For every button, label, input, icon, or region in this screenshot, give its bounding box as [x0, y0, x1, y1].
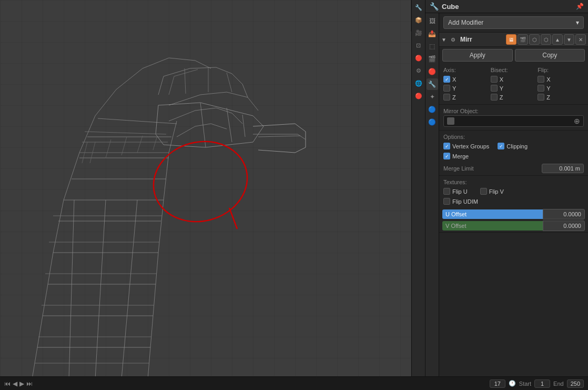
- divider-1: [439, 104, 588, 105]
- bisect-header: Bisect:: [491, 66, 537, 74]
- scene-icon[interactable]: 🎬: [427, 53, 438, 65]
- output-icon[interactable]: 📤: [427, 28, 438, 39]
- modifier-settings-icon[interactable]: ⚙: [449, 35, 458, 44]
- modifier-header-buttons: 🖥 🎬 ⬡ ⬡ ▲ ▼ ✕: [506, 34, 586, 45]
- add-modifier-arrow: ▾: [576, 19, 579, 26]
- flip-udim-checkbox[interactable]: [443, 198, 450, 205]
- bisect-y-row: Y: [491, 84, 537, 92]
- prop-panel-inner: 🖼 📤 ⬚ 🎬 🔴 🔧 ✦ 🔵 🔵 Add Modifier ▾: [425, 13, 588, 376]
- clipping-row: Clipping: [498, 142, 528, 150]
- vertex-groups-row: Vertex Groups: [443, 142, 489, 150]
- constraints-icon[interactable]: 🔵: [427, 116, 438, 128]
- clipping-checkbox[interactable]: [498, 143, 504, 149]
- flip-z-label: Z: [546, 94, 550, 101]
- prop-panel-header: 🔧 Cube 📌: [425, 0, 588, 13]
- axis-z-row: Z: [443, 93, 490, 101]
- main-area: 🎬 ⊞ Rigify: [0, 0, 588, 376]
- clock-icon: 🕐: [509, 380, 516, 387]
- u-offset-label: U Offset: [442, 209, 543, 219]
- flip-x-checkbox[interactable]: [538, 76, 544, 83]
- flip-x-row: X: [538, 75, 584, 83]
- skip-start-btn[interactable]: ⏮: [4, 380, 11, 387]
- mirror-modifier-block: ▼ ⚙ Mirr 🖥 🎬 ⬡ ⬡ ▲ ▼ ✕: [439, 33, 588, 233]
- start-frame[interactable]: 1: [534, 379, 550, 388]
- modifier-collapse-arrow[interactable]: ▼: [441, 37, 447, 43]
- view-layer-icon[interactable]: ⬚: [427, 41, 438, 52]
- merge-limit-label: Merge Limit: [443, 165, 540, 172]
- render-btn[interactable]: 🎬: [518, 34, 528, 45]
- play-btn[interactable]: ▶: [19, 380, 24, 387]
- axis-header: Axis:: [443, 66, 490, 74]
- merge-checkbox[interactable]: [443, 153, 450, 159]
- prop-icons-strip: 🖼 📤 ⬚ 🎬 🔴 🔧 ✦ 🔵 🔵: [425, 13, 439, 376]
- move-up-btn[interactable]: ▲: [552, 34, 563, 45]
- add-modifier-button[interactable]: Add Modifier ▾: [443, 16, 584, 29]
- tool-icon-5[interactable]: 🔴: [413, 53, 424, 63]
- tool-icon-3[interactable]: 🎥: [413, 27, 424, 38]
- 3d-mesh-viewport: [0, 0, 411, 376]
- playback-controls: ⏮ ◀ ▶ ⏭: [4, 380, 33, 387]
- tool-icon-8[interactable]: 🔴: [413, 91, 424, 101]
- physics-icon[interactable]: 🔵: [427, 104, 438, 115]
- move-down-btn[interactable]: ▼: [564, 34, 574, 45]
- realtime-btn[interactable]: 🖥: [506, 34, 516, 45]
- particles-icon[interactable]: ✦: [427, 91, 438, 103]
- wrench-icon: 🔧: [430, 2, 439, 11]
- apply-button[interactable]: Apply: [442, 49, 513, 62]
- apply-copy-row: Apply Copy: [439, 47, 588, 64]
- flip-header: Flip:: [538, 66, 584, 74]
- editmode-btn[interactable]: ⬡: [529, 34, 540, 45]
- bisect-z-checkbox[interactable]: [491, 94, 498, 101]
- bottom-bar: ⏮ ◀ ▶ ⏭ 17 🕐 Start 1 End 250: [0, 376, 588, 390]
- current-frame[interactable]: 17: [490, 379, 505, 388]
- axis-z-label: Z: [452, 94, 456, 101]
- textures-section: Textures: Flip U Flip V: [439, 177, 588, 208]
- prev-frame-btn[interactable]: ◀: [13, 380, 17, 387]
- mirror-object-cube-icon: [447, 117, 454, 125]
- merge-limit-row: Merge Limit 0.001 m: [439, 163, 588, 174]
- bisect-x-checkbox[interactable]: [491, 76, 498, 83]
- axis-x-checkbox[interactable]: [443, 76, 450, 83]
- delete-modifier-btn[interactable]: ✕: [575, 34, 586, 45]
- flip-v-checkbox[interactable]: [480, 188, 487, 195]
- vertex-groups-label: Vertex Groups: [452, 143, 489, 149]
- copy-button[interactable]: Copy: [515, 49, 585, 62]
- onoffcage-btn[interactable]: ⬡: [541, 34, 551, 45]
- modifier-icon[interactable]: 🔧: [427, 78, 438, 90]
- next-frame-btn[interactable]: ⏭: [26, 380, 33, 387]
- pin-icon[interactable]: 📌: [576, 3, 584, 10]
- mirror-object-field[interactable]: ⊕: [443, 115, 584, 127]
- right-tool-strip: 🔧 📦 🎥 ⊡ 🔴 ⚙ 🌐 🔴: [411, 0, 425, 376]
- end-frame[interactable]: 250: [567, 379, 584, 388]
- axis-z-checkbox[interactable]: [443, 94, 450, 101]
- flip-y-row: Y: [538, 84, 584, 92]
- tool-icon-2[interactable]: 📦: [413, 15, 424, 25]
- bisect-x-label: X: [500, 76, 503, 83]
- tool-icon-1[interactable]: 🔧: [413, 2, 424, 13]
- bisect-y-checkbox[interactable]: [491, 85, 498, 92]
- flip-u-checkbox[interactable]: [443, 188, 450, 195]
- axis-y-checkbox[interactable]: [443, 85, 450, 92]
- flip-u-row: Flip U: [443, 187, 468, 195]
- tool-icon-6[interactable]: ⚙: [413, 65, 424, 76]
- viewport[interactable]: 🎬 ⊞ Rigify: [0, 0, 411, 376]
- world-icon[interactable]: 🔴: [427, 66, 438, 77]
- u-offset-value[interactable]: 0.0000: [543, 209, 585, 219]
- flip-y-label: Y: [546, 85, 550, 92]
- flip-z-checkbox[interactable]: [538, 94, 544, 101]
- options-label: Options:: [443, 134, 584, 140]
- tool-icon-4[interactable]: ⊡: [413, 40, 424, 51]
- mirror-object-label: Mirror Object:: [443, 108, 584, 114]
- modifier-header: ▼ ⚙ Mirr 🖥 🎬 ⬡ ⬡ ▲ ▼ ✕: [439, 33, 588, 47]
- render-icon[interactable]: 🖼: [427, 15, 438, 27]
- vertex-groups-checkbox[interactable]: [443, 143, 450, 149]
- v-offset-value[interactable]: 0.0000: [543, 221, 585, 231]
- tool-icon-7[interactable]: 🌐: [413, 78, 424, 88]
- svg-rect-1: [1, 0, 411, 376]
- merge-limit-value[interactable]: 0.001 m: [542, 164, 584, 173]
- picker-icon[interactable]: ⊕: [574, 117, 580, 125]
- v-offset-row: V Offset 0.0000: [442, 221, 585, 231]
- v-offset-label: V Offset: [442, 221, 543, 231]
- flip-y-checkbox[interactable]: [538, 85, 544, 92]
- flip-udim-row: Flip UDIM: [443, 197, 584, 206]
